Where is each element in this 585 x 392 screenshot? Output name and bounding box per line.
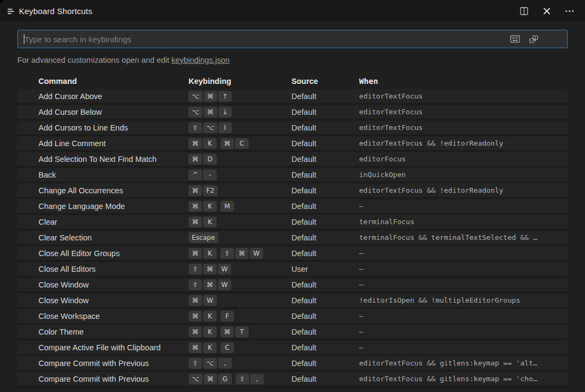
key-chip: ⌥	[203, 122, 217, 133]
table-row[interactable]: Close All Editors ⇧⌘W User —	[17, 262, 568, 278]
command-cell: Add Selection To Next Find Match	[17, 155, 188, 164]
keybinding-chord: ⌥⌘↑	[188, 91, 233, 102]
keybinding-cell: ⌘K⌘C	[188, 138, 291, 149]
keybinding-cell: ⇧⌘W	[188, 264, 291, 275]
text-cursor	[24, 34, 24, 44]
table-row[interactable]: Add Cursor Below ⌥⌘↓ Default editorTextF…	[17, 105, 568, 121]
header-source: Source	[291, 77, 359, 86]
table-row[interactable]: Add Selection To Next Find Match ⌘D Defa…	[17, 152, 568, 168]
keybinding-chord: ⌘K	[188, 201, 218, 212]
titlebar-actions	[519, 6, 574, 16]
key-chip: ⌥	[188, 374, 203, 384]
table-body: Add Cursor Above ⌥⌘↑ Default editorTextF…	[17, 89, 568, 388]
key-chip: ⌘	[220, 326, 234, 337]
command-cell: Change All Occurrences	[17, 186, 188, 195]
table-row[interactable]: Add Cursors to Line Ends ⇧⌥I Default edi…	[17, 121, 568, 136]
keybinding-cell: ⌘K⌘T	[188, 326, 291, 337]
source-cell: Default	[291, 218, 359, 226]
header-command: Command	[17, 77, 188, 86]
key-chip: M	[220, 201, 234, 212]
table-row[interactable]: Add Line Comment ⌘K⌘C Default editorText…	[17, 136, 568, 152]
sort-precedence-icon[interactable]	[528, 34, 539, 44]
table-row[interactable]: Close All Editor Groups ⌘K⇧⌘W Default —	[17, 246, 568, 262]
key-chip: ⌘	[188, 185, 202, 196]
key-chip: C	[220, 342, 234, 353]
key-chip: ⌘	[203, 279, 217, 290]
keyboard-shortcuts-editor: Keyboard Shortcuts	[0, 0, 585, 392]
key-chip: ⌥	[203, 358, 217, 369]
key-chip: ⌘	[235, 248, 249, 259]
keyboard-icon[interactable]	[510, 34, 521, 44]
keybinding-chord: ⇧⌘W	[188, 279, 232, 290]
customization-hint: For advanced customizations open and edi…	[17, 56, 568, 64]
command-cell: Change Language Mode	[17, 202, 188, 211]
command-cell: Back	[17, 171, 188, 179]
table-row[interactable]: Color Theme ⌘K⌘T Default —	[17, 325, 568, 341]
when-cell: —	[359, 249, 568, 257]
search-input[interactable]	[18, 30, 510, 48]
command-cell: Close All Editor Groups	[17, 249, 188, 258]
key-chip: K	[203, 311, 217, 322]
table-row[interactable]: Compare Commit with Previous ⌥⌘G⇧, Defau…	[17, 372, 568, 388]
key-chip: K	[203, 217, 217, 227]
command-cell: Close Workspace	[17, 312, 188, 321]
keybinding-chord: ⌘W	[188, 295, 218, 306]
command-cell: Compare Active File with Clipboard	[17, 343, 188, 352]
key-chip: ↓	[218, 107, 232, 117]
table-row[interactable]: Back ^- Default inQuickOpen	[17, 168, 568, 184]
key-chip: K	[203, 138, 217, 149]
key-chip: ⌘	[188, 326, 202, 337]
key-chip: ⌘	[188, 201, 202, 212]
keybinding-chord: ⇧⌘W	[220, 248, 264, 259]
when-cell: —	[359, 202, 568, 210]
table-row[interactable]: Change Language Mode ⌘KM Default —	[17, 199, 568, 215]
key-chip: ⌘	[204, 91, 217, 102]
table-row[interactable]: Compare Active File with Clipboard ⌘KC D…	[17, 341, 568, 356]
keybinding-chord: ⌥⌘↓	[188, 107, 233, 117]
key-chip: ⇧	[188, 358, 202, 369]
command-cell: Compare Commit with Previous	[17, 359, 188, 368]
source-cell: Default	[291, 139, 359, 148]
table-row[interactable]: Clear Selection Escape Default terminalF…	[17, 231, 568, 246]
keybindings-list-icon	[8, 9, 14, 14]
keybindings-json-link[interactable]: keybindings.json	[172, 56, 230, 64]
source-cell: Default	[291, 312, 359, 321]
table-row[interactable]: Close Window ⇧⌘W Default —	[17, 278, 568, 293]
keybinding-chord: ⌘K	[188, 217, 218, 227]
when-cell: editorTextFocus && !editorReadonly	[359, 186, 568, 194]
page-title: Keyboard Shortcuts	[19, 6, 92, 16]
key-chip: ⇧	[188, 122, 202, 133]
when-cell: !editorIsOpen && !multipleEditorGroups	[359, 296, 568, 304]
source-cell: Default	[291, 233, 359, 242]
source-cell: Default	[291, 108, 359, 116]
table-row[interactable]: Close Workspace ⌘KF Default —	[17, 309, 568, 325]
keybindings-table: Command Keybinding Source When Add Curso…	[17, 73, 568, 388]
keybinding-chord: Escape	[188, 232, 219, 243]
keybinding-chord: ^-	[188, 169, 218, 180]
table-row[interactable]: Close Window ⌘W Default !editorIsOpen &&…	[17, 293, 568, 309]
when-cell: terminalFocus && terminalTextSelected &&…	[359, 233, 568, 241]
close-icon[interactable]	[542, 6, 551, 16]
keybinding-cell: ⌥⌘G⇧,	[188, 374, 291, 384]
source-cell: Default	[291, 359, 359, 368]
keybinding-cell: ⇧⌥,	[188, 358, 291, 369]
table-row[interactable]: Clear ⌘K Default terminalFocus	[17, 215, 568, 231]
keybinding-cell: ⌘K	[188, 217, 291, 227]
header-when: When	[359, 77, 568, 86]
more-actions-icon[interactable]	[564, 6, 574, 16]
split-editor-icon[interactable]	[519, 6, 529, 16]
source-cell: User	[291, 265, 359, 273]
key-chip: ,	[218, 358, 232, 369]
key-chip: ^	[188, 169, 202, 180]
key-chip: ⌘	[188, 295, 202, 306]
table-row[interactable]: Change All Occurrences ⌘F2 Default edito…	[17, 184, 568, 199]
key-chip: ⌘	[188, 311, 202, 322]
keybinding-chord: ⌘T	[220, 326, 250, 337]
table-row[interactable]: Add Cursor Above ⌥⌘↑ Default editorTextF…	[17, 89, 568, 105]
key-chip: ⌘	[188, 342, 202, 353]
keybinding-cell: ⌘D	[188, 154, 291, 165]
when-cell: editorTextFocus && gitlens:keymap == 'al…	[359, 359, 568, 367]
when-cell: editorTextFocus	[359, 108, 568, 116]
table-row[interactable]: Compare Commit with Previous ⇧⌥, Default…	[17, 356, 568, 372]
key-chip: -	[203, 169, 217, 180]
